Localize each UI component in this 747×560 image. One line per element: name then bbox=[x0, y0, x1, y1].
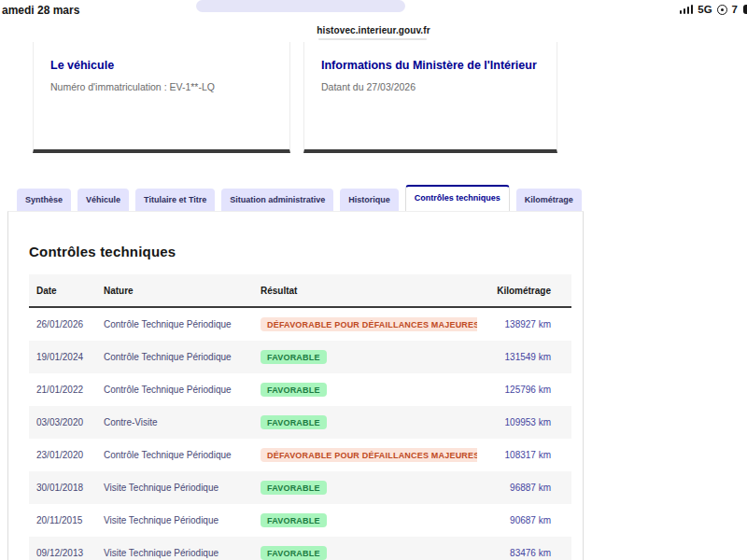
cell-date: 20/11/2015 bbox=[29, 504, 96, 537]
col-header-date: Date bbox=[29, 274, 96, 307]
cell-kilometrage: 109953 km bbox=[477, 406, 571, 439]
table-row: 09/12/2013 Visite Technique Périodique F… bbox=[29, 537, 571, 560]
tab-list: SynthèseVéhiculeTitulaire et TitreSituat… bbox=[7, 185, 584, 211]
cell-kilometrage: 108317 km bbox=[477, 439, 571, 471]
col-header-resultat: Résultat bbox=[253, 274, 477, 307]
cell-nature: Contrôle Technique Périodique bbox=[96, 439, 253, 471]
tab-contr-les-techniques[interactable]: Contrôles techniques bbox=[405, 185, 510, 211]
table-body: 26/01/2026 Contrôle Technique Périodique… bbox=[29, 307, 571, 560]
status-right-cluster: 5G 7 bbox=[680, 3, 747, 16]
result-badge: DÉFAVORABLE POUR DÉFAILLANCES MAJEURES bbox=[261, 317, 477, 331]
section-title: Contrôles techniques bbox=[29, 244, 583, 259]
cell-date: 03/03/2020 bbox=[29, 406, 96, 439]
tab-titulaire-et-titre[interactable]: Titulaire et Titre bbox=[135, 189, 215, 211]
table-header-row: Date Nature Résultat Kilométrage bbox=[29, 274, 571, 307]
cell-date: 19/01/2024 bbox=[29, 341, 96, 373]
clipped-glyph bbox=[743, 5, 747, 14]
ministry-card: Informations du Ministère de l'Intérieur… bbox=[303, 42, 557, 153]
tab-kilom-trage[interactable]: Kilométrage bbox=[516, 189, 582, 211]
cell-kilometrage: 131549 km bbox=[477, 341, 571, 373]
result-badge: DÉFAVORABLE POUR DÉFAILLANCES MAJEURES bbox=[261, 448, 477, 462]
result-badge: FAVORABLE bbox=[261, 546, 327, 560]
table-row: 21/01/2022 Contrôle Technique Périodique… bbox=[29, 373, 571, 406]
vehicle-card-subtitle: Numéro d'immatriculation : EV-1**-LQ bbox=[50, 81, 273, 92]
tab-synth-se[interactable]: Synthèse bbox=[17, 189, 71, 211]
cell-date: 26/01/2026 bbox=[29, 307, 96, 341]
cell-nature: Visite Technique Périodique bbox=[96, 504, 253, 537]
cell-nature: Contrôle Technique Périodique bbox=[96, 341, 253, 373]
tab-panel-controles-techniques: Contrôles techniques Date Nature Résulta… bbox=[7, 211, 584, 560]
cell-result: FAVORABLE bbox=[253, 341, 477, 373]
ministry-card-subtitle: Datant du 27/03/2026 bbox=[321, 81, 540, 92]
cell-date: 21/01/2022 bbox=[29, 373, 96, 406]
rotation-lock-icon bbox=[717, 5, 727, 15]
vehicle-card-title: Le véhicule bbox=[50, 57, 273, 75]
browser-address-bar[interactable]: histovec.interieur.gouv.fr bbox=[0, 21, 747, 41]
cell-date: 23/01/2020 bbox=[29, 439, 96, 471]
col-header-kilometrage: Kilométrage bbox=[477, 274, 571, 307]
cell-result: DÉFAVORABLE POUR DÉFAILLANCES MAJEURES bbox=[253, 439, 477, 471]
result-badge: FAVORABLE bbox=[261, 513, 327, 527]
cell-result: FAVORABLE bbox=[253, 504, 477, 537]
status-bar: amedi 28 mars 5G 7 bbox=[0, 0, 747, 21]
cell-kilometrage: 138927 km bbox=[477, 307, 571, 341]
cell-date: 30/01/2018 bbox=[29, 471, 96, 504]
cell-nature: Visite Technique Périodique bbox=[96, 537, 253, 560]
cell-kilometrage: 90687 km bbox=[477, 504, 571, 537]
table-row: 26/01/2026 Contrôle Technique Périodique… bbox=[29, 307, 571, 341]
result-badge: FAVORABLE bbox=[261, 350, 327, 364]
screenshot-root: amedi 28 mars 5G 7 histovec.interieur.go… bbox=[0, 0, 747, 560]
cell-nature: Contrôle Technique Périodique bbox=[96, 307, 253, 341]
table-row: 23/01/2020 Contrôle Technique Périodique… bbox=[29, 439, 571, 471]
result-badge: FAVORABLE bbox=[261, 415, 327, 429]
tab-v-hicule[interactable]: Véhicule bbox=[78, 189, 129, 211]
status-date: amedi 28 mars bbox=[2, 4, 79, 17]
cell-date: 09/12/2013 bbox=[29, 537, 96, 560]
cell-kilometrage: 83476 km bbox=[477, 537, 571, 560]
network-type-label: 5G bbox=[698, 4, 712, 15]
vehicle-card: Le véhicule Numéro d'immatriculation : E… bbox=[33, 42, 290, 153]
cell-nature: Visite Technique Périodique bbox=[96, 471, 253, 504]
col-header-nature: Nature bbox=[96, 274, 253, 307]
cell-nature: Contrôle Technique Périodique bbox=[96, 373, 253, 406]
cell-result: FAVORABLE bbox=[253, 406, 477, 439]
tab-historique[interactable]: Historique bbox=[340, 189, 399, 211]
signal-bars-icon bbox=[680, 5, 694, 14]
result-badge: FAVORABLE bbox=[261, 481, 327, 495]
battery-percent: 7 bbox=[732, 4, 738, 15]
address-bar-underline bbox=[318, 38, 427, 40]
result-badge: FAVORABLE bbox=[261, 383, 327, 397]
inspections-table: Date Nature Résultat Kilométrage 26/01/2… bbox=[29, 274, 571, 560]
notch-pill bbox=[196, 0, 405, 12]
cell-result: FAVORABLE bbox=[253, 471, 477, 504]
table-row: 19/01/2024 Contrôle Technique Périodique… bbox=[29, 341, 571, 373]
ministry-card-title: Informations du Ministère de l'Intérieur bbox=[321, 57, 540, 75]
table-row: 30/01/2018 Visite Technique Périodique F… bbox=[29, 471, 571, 504]
url-text[interactable]: histovec.interieur.gouv.fr bbox=[317, 25, 430, 35]
cell-result: FAVORABLE bbox=[253, 373, 477, 406]
cell-kilometrage: 96887 km bbox=[477, 471, 571, 504]
cell-result: FAVORABLE bbox=[253, 537, 477, 560]
cell-result: DÉFAVORABLE POUR DÉFAILLANCES MAJEURES bbox=[253, 307, 477, 341]
table-row: 03/03/2020 Contre-Visite FAVORABLE 10995… bbox=[29, 406, 571, 439]
table-row: 20/11/2015 Visite Technique Périodique F… bbox=[29, 504, 571, 537]
tab-situation-administrative[interactable]: Situation administrative bbox=[221, 189, 333, 211]
cell-nature: Contre-Visite bbox=[96, 406, 253, 439]
cell-kilometrage: 125796 km bbox=[477, 373, 571, 406]
